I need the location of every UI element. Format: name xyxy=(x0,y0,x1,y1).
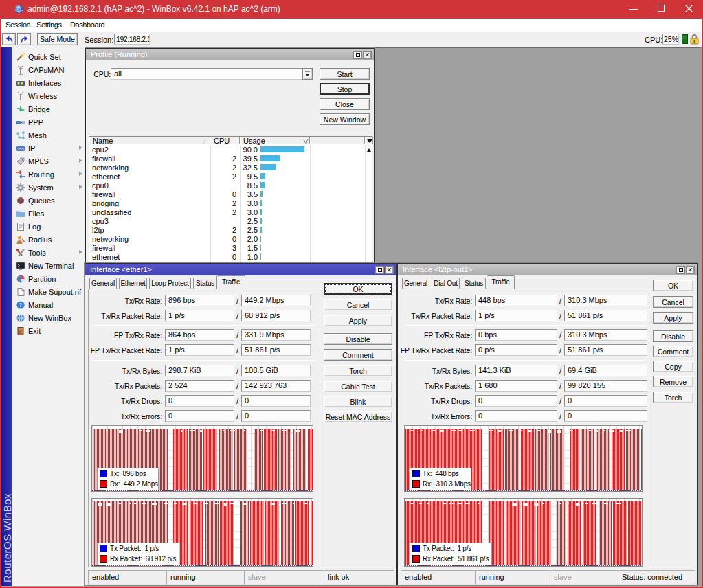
svg-text:?: ? xyxy=(19,302,22,308)
svg-text:255: 255 xyxy=(17,146,25,150)
